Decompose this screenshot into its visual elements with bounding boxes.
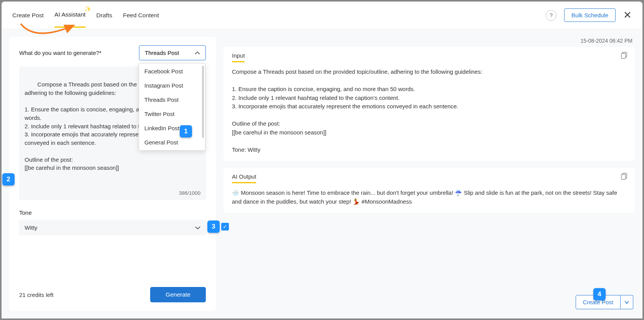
input-card-title: Input bbox=[232, 52, 245, 62]
dropdown-item-linkedin[interactable]: LinkedIn Post bbox=[139, 121, 205, 135]
annotation-2: 2 bbox=[2, 173, 15, 186]
svg-rect-3 bbox=[621, 174, 626, 179]
annotation-1: 1 bbox=[180, 125, 192, 138]
generate-button[interactable]: Generate bbox=[150, 287, 206, 302]
right-footer: Create Post bbox=[223, 295, 635, 311]
post-type-select[interactable]: Threads Post Facebook Post Instagram Pos… bbox=[139, 45, 206, 60]
body: What do you want to generate?* Threads P… bbox=[2, 29, 642, 318]
tab-ai-assistant-label: AI Assistant bbox=[55, 11, 86, 18]
tone-select[interactable]: Witty bbox=[19, 220, 206, 235]
left-footer: 21 credits left Generate bbox=[19, 287, 206, 302]
tab-create-post[interactable]: Create Post bbox=[12, 3, 44, 27]
tone-value: Witty bbox=[25, 224, 37, 231]
dropdown-item-general[interactable]: General Post bbox=[139, 135, 205, 149]
post-type-dropdown: Facebook Post Instagram Post Threads Pos… bbox=[139, 63, 205, 151]
input-card-body: Compose a Threads post based on the prov… bbox=[232, 68, 626, 154]
topbar-right: ? Bulk Schedule ✕ bbox=[546, 8, 632, 22]
tone-label: Tone bbox=[19, 209, 206, 216]
chevron-up-icon bbox=[195, 50, 200, 56]
chevron-down-icon bbox=[195, 224, 200, 231]
post-type-value: Threads Post bbox=[145, 50, 179, 56]
tab-feed-content[interactable]: Feed Content bbox=[123, 3, 159, 27]
timestamp: 15-08-2024 06:42 PM bbox=[223, 37, 635, 47]
dropdown-item-threads[interactable]: Threads Post bbox=[139, 93, 205, 107]
dropdown-item-twitter[interactable]: Twitter Post bbox=[139, 107, 205, 121]
generate-field-row: What do you want to generate?* Threads P… bbox=[19, 45, 206, 60]
tabs: Create Post AI Assistant ✨ Drafts Feed C… bbox=[12, 3, 159, 28]
output-card-body: 🌧️ Monsoon season is here! Time to embra… bbox=[232, 189, 626, 206]
credits-left: 21 credits left bbox=[19, 292, 53, 298]
char-count: 386/1000 bbox=[179, 189, 200, 197]
help-icon[interactable]: ? bbox=[546, 10, 556, 21]
copy-icon[interactable] bbox=[620, 51, 628, 59]
right-panel: 15-08-2024 06:42 PM Input Compose a Thre… bbox=[223, 37, 635, 311]
copy-icon[interactable] bbox=[620, 172, 628, 180]
svg-rect-1 bbox=[621, 53, 626, 58]
output-card: AI Output 🌧️ Monsoon season is here! Tim… bbox=[223, 168, 635, 213]
annotation-3-checkbox: ✓ bbox=[221, 223, 229, 230]
dropdown-item-facebook[interactable]: Facebook Post bbox=[139, 64, 205, 78]
output-card-title: AI Output bbox=[232, 173, 256, 183]
left-panel: What do you want to generate?* Threads P… bbox=[9, 37, 216, 311]
annotation-4: 4 bbox=[593, 288, 606, 300]
chevron-down-icon bbox=[624, 300, 629, 304]
input-card: Input Compose a Threads post based on th… bbox=[223, 47, 635, 161]
bulk-schedule-button[interactable]: Bulk Schedule bbox=[564, 8, 616, 22]
tab-ai-assistant[interactable]: AI Assistant ✨ bbox=[55, 3, 86, 28]
close-icon[interactable]: ✕ bbox=[623, 9, 632, 21]
annotation-3: 3 bbox=[207, 221, 220, 233]
sparkle-icon: ✨ bbox=[84, 6, 91, 12]
generate-label: What do you want to generate?* bbox=[19, 50, 101, 56]
topbar: Create Post AI Assistant ✨ Drafts Feed C… bbox=[2, 2, 642, 29]
create-post-dropdown-button[interactable] bbox=[621, 295, 633, 309]
modal-container: Create Post AI Assistant ✨ Drafts Feed C… bbox=[2, 2, 642, 318]
tab-drafts[interactable]: Drafts bbox=[96, 3, 112, 27]
dropdown-item-instagram[interactable]: Instagram Post bbox=[139, 78, 205, 93]
